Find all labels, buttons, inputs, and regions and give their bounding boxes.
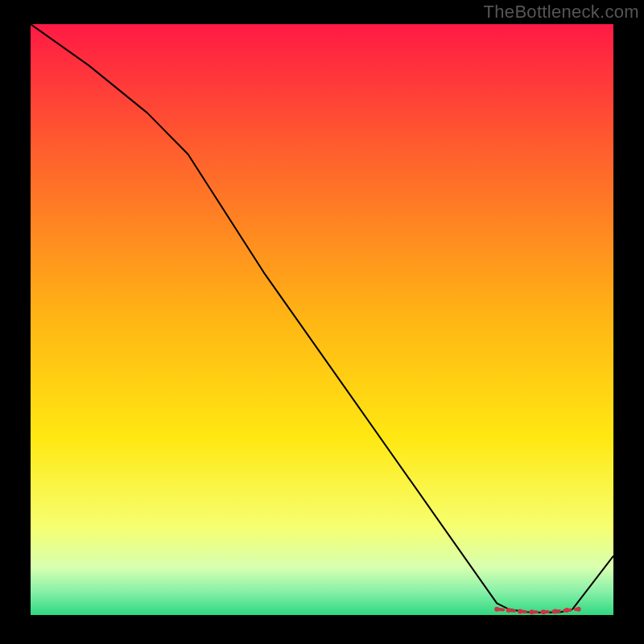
marker-dot [530,609,535,614]
chart-svg [31,24,613,615]
marker-dot [541,609,546,614]
watermark-label: TheBottleneck.com [484,2,639,23]
marker-dot [506,608,511,613]
marker-dot [564,608,569,613]
marker-dot [494,607,499,612]
plot-area [31,24,613,615]
chart-frame: TheBottleneck.com [0,0,644,644]
marker-dot [576,607,581,612]
marker-dot [553,609,558,614]
marker-dot [518,609,522,614]
gradient-background [31,24,613,615]
